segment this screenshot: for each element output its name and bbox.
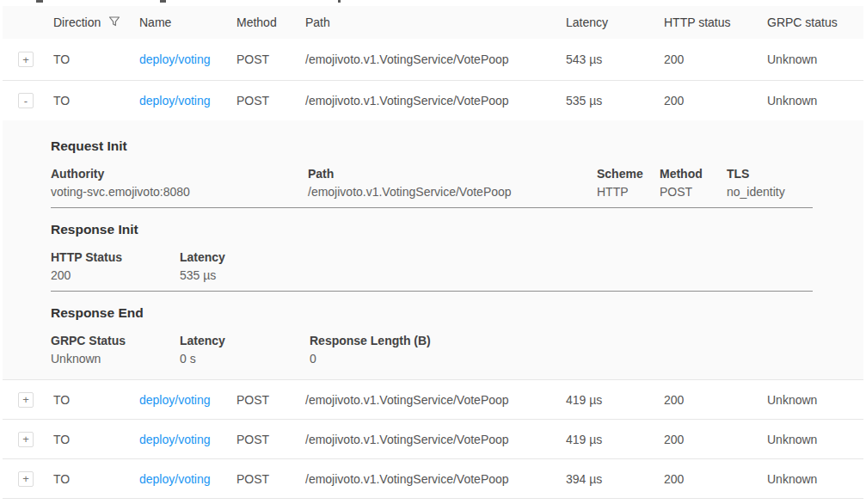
header-path: Path [305, 15, 566, 29]
resource-link[interactable]: deploy/voting [139, 94, 211, 108]
field-response-length: Response Length (B) 0 [310, 334, 863, 366]
request-init-heading: Request Init [51, 138, 863, 154]
clipped-text-fragment [36, 0, 43, 3]
expand-cell: + [3, 52, 53, 67]
field-label: Response Length (B) [310, 334, 855, 347]
section-divider [51, 207, 813, 208]
field-value: voting-svc.emojivoto:8080 [51, 185, 299, 199]
field-value: 0 [310, 352, 855, 366]
resource-link[interactable]: deploy/voting [139, 433, 211, 446]
expand-row-button[interactable]: + [18, 392, 34, 408]
header-name: Name [139, 15, 236, 29]
field-label: Method [660, 167, 718, 181]
field-latency: Latency 535 µs [180, 250, 863, 282]
resource-link[interactable]: deploy/voting [139, 472, 211, 486]
field-value: 200 [51, 268, 171, 282]
latency-cell: 535 µs [566, 94, 664, 108]
http-status-cell: 200 [664, 393, 767, 407]
field-label: Authority [51, 167, 299, 181]
clipped-content-above [0, 0, 866, 6]
field-path: Path /emojivoto.v1.VotingService/VotePoo… [308, 167, 597, 199]
field-label: Path [308, 167, 588, 181]
field-http-status: HTTP Status 200 [51, 250, 180, 282]
method-cell: POST [236, 472, 305, 486]
header-method: Method [236, 15, 305, 29]
field-authority: Authority voting-svc.emojivoto:8080 [51, 167, 308, 199]
method-cell: POST [236, 393, 305, 407]
method-cell: POST [236, 52, 305, 66]
name-cell: deploy/voting [139, 94, 236, 108]
section-divider [51, 291, 813, 292]
http-status-cell: 200 [664, 433, 767, 446]
field-value: Unknown [51, 352, 171, 366]
path-cell: /emojivoto.v1.VotingService/VotePoop [305, 433, 566, 446]
latency-cell: 419 µs [566, 433, 664, 446]
field-label: GRPC Status [51, 334, 171, 347]
field-label: Scheme [597, 167, 651, 181]
field-value: POST [660, 185, 718, 199]
expanded-row-detail: Request Init Authority voting-svc.emojiv… [3, 120, 863, 380]
expand-cell: + [3, 471, 53, 487]
path-cell: /emojivoto.v1.VotingService/VotePoop [305, 472, 566, 486]
direction-cell: TO [53, 433, 139, 446]
table-row: + TO deploy/voting POST /emojivoto.v1.Vo… [3, 39, 863, 81]
clipped-text-fragment [338, 0, 341, 3]
field-method: Method POST [660, 167, 727, 199]
response-init-heading: Response Init [51, 222, 863, 237]
path-cell: /emojivoto.v1.VotingService/VotePoop [305, 393, 566, 407]
path-cell: /emojivoto.v1.VotingService/VotePoop [305, 94, 566, 108]
latency-cell: 543 µs [566, 52, 664, 66]
field-value: 535 µs [180, 268, 855, 282]
header-latency: Latency [566, 15, 664, 29]
expand-row-button[interactable]: + [18, 471, 34, 487]
http-status-cell: 200 [664, 94, 767, 108]
field-grpc-status: GRPC Status Unknown [51, 334, 180, 366]
response-init-fields: HTTP Status 200 Latency 535 µs [51, 250, 863, 282]
direction-cell: TO [53, 52, 139, 66]
table-row: + TO deploy/voting POST /emojivoto.v1.Vo… [3, 459, 863, 499]
header-direction-label: Direction [53, 15, 101, 29]
clipped-text-fragment [160, 0, 166, 3]
field-label: TLS [727, 167, 855, 181]
name-cell: deploy/voting [139, 393, 236, 407]
method-cell: POST [236, 433, 305, 446]
field-value: /emojivoto.v1.VotingService/VotePoop [308, 185, 588, 199]
path-cell: /emojivoto.v1.VotingService/VotePoop [305, 52, 566, 66]
http-status-cell: 200 [664, 472, 767, 486]
header-direction: Direction [53, 15, 139, 30]
table-row-expanded: - TO deploy/voting POST /emojivoto.v1.Vo… [3, 81, 863, 120]
field-tls: TLS no_identity [727, 167, 863, 199]
expand-row-button[interactable]: + [18, 432, 34, 447]
resource-link[interactable]: deploy/voting [139, 52, 211, 66]
http-status-cell: 200 [664, 52, 767, 66]
tap-results-table: Direction Name Method Path Latency HTTP … [3, 6, 863, 499]
expand-cell: + [3, 432, 53, 447]
expand-cell: - [3, 93, 53, 108]
response-end-heading: Response End [51, 305, 863, 321]
header-http-status: HTTP status [664, 15, 767, 29]
name-cell: deploy/voting [139, 472, 236, 486]
grpc-status-cell: Unknown [767, 393, 863, 407]
grpc-status-cell: Unknown [767, 52, 863, 66]
grpc-status-cell: Unknown [767, 94, 863, 108]
response-end-fields: GRPC Status Unknown Latency 0 s Response… [51, 334, 863, 366]
method-cell: POST [236, 94, 305, 108]
resource-link[interactable]: deploy/voting [139, 393, 211, 407]
expand-row-button[interactable]: + [18, 52, 34, 67]
latency-cell: 419 µs [566, 393, 664, 407]
field-value: no_identity [727, 185, 855, 199]
field-label: Latency [180, 334, 301, 347]
filter-icon[interactable] [108, 15, 120, 30]
collapse-row-button[interactable]: - [18, 93, 34, 108]
grpc-status-cell: Unknown [767, 472, 863, 486]
latency-cell: 394 µs [566, 472, 664, 486]
field-latency: Latency 0 s [180, 334, 310, 366]
name-cell: deploy/voting [139, 52, 236, 66]
field-label: Latency [180, 250, 855, 264]
request-init-fields: Authority voting-svc.emojivoto:8080 Path… [51, 167, 863, 199]
field-label: HTTP Status [51, 250, 171, 264]
name-cell: deploy/voting [139, 433, 236, 446]
grpc-status-cell: Unknown [767, 433, 863, 446]
direction-cell: TO [53, 393, 139, 407]
field-scheme: Scheme HTTP [597, 167, 660, 199]
